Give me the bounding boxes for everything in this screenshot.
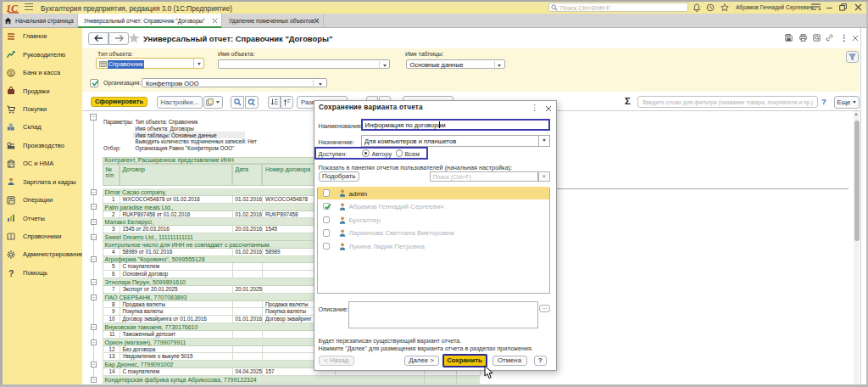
svg-text:?: ? [8,269,14,278]
svg-text:$: $ [9,70,13,76]
